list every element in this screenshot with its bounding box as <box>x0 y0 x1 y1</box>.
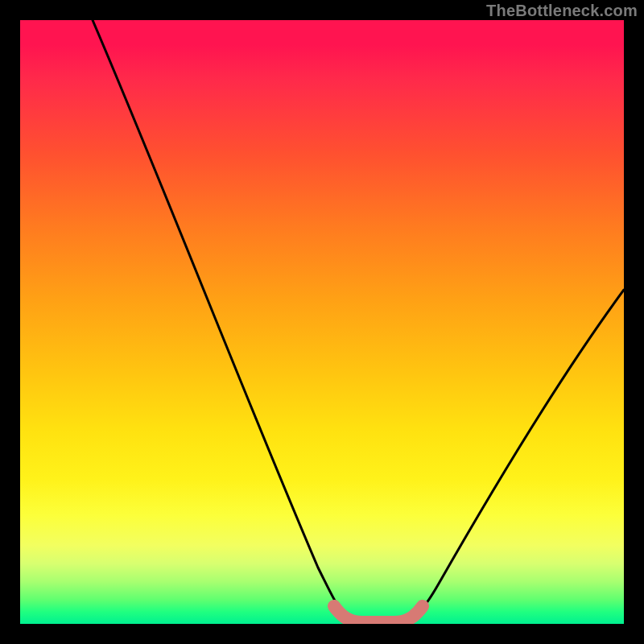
optimal-band <box>334 606 423 622</box>
plot-area <box>20 20 624 624</box>
chart-frame: TheBottleneck.com <box>0 0 644 644</box>
watermark-text: TheBottleneck.com <box>486 2 638 20</box>
bottleneck-curve-svg <box>20 20 624 624</box>
bottleneck-curve <box>93 20 624 620</box>
